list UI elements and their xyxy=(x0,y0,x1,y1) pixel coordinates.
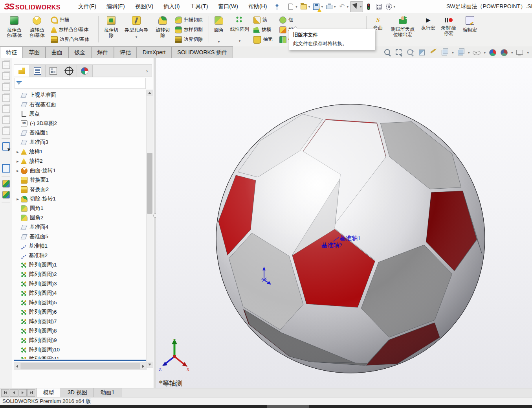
next-tab-button[interactable] xyxy=(18,389,27,397)
apply-scene-dropdown[interactable]: ▾ xyxy=(511,51,513,55)
feature-tree-item[interactable]: ▸ 原点 xyxy=(14,109,147,119)
bottom-tab[interactable]: 动画1 xyxy=(94,388,121,397)
feature-tree-item[interactable]: ▸ 阵列(圆周)5 xyxy=(14,298,147,307)
hide-show-dropdown[interactable]: ▾ xyxy=(484,51,486,55)
expand-arrow-icon[interactable]: ▸ xyxy=(15,159,21,164)
edit-appearance-icon[interactable] xyxy=(488,48,497,57)
previous-view-icon[interactable]: ↖ xyxy=(406,48,415,57)
extruded-cut-button[interactable]: 拉伸切除 xyxy=(101,15,121,45)
select-bodies-icon[interactable] xyxy=(2,180,10,187)
feature-tree-item[interactable]: ▸ 圆角1 xyxy=(14,204,147,213)
expand-arrow-icon[interactable]: ▸ xyxy=(15,149,21,154)
revolved-boss-button[interactable]: 旋转凸台/基体 xyxy=(26,15,48,45)
feature-tree-item[interactable]: ▸ 阵列(圆周)8 xyxy=(14,326,147,336)
tab-feature-tree[interactable] xyxy=(14,65,30,77)
feature-tree-item[interactable]: ▸ 阵列(圆周)3 xyxy=(14,279,147,289)
tree-horizontal-scrollbar[interactable] xyxy=(14,362,147,370)
feature-tree-item[interactable]: ▸ 阵列(圆周)7 xyxy=(14,317,147,326)
menu-item[interactable]: 文件(F) xyxy=(73,1,101,13)
feature-tree-item[interactable]: ▸ 阵列(圆周)4 xyxy=(14,289,147,298)
command-tab[interactable]: 曲面 xyxy=(46,46,68,58)
feature-tree-item[interactable]: ▸ 基准面1 xyxy=(14,128,147,138)
ghost-cube-icon[interactable] xyxy=(2,127,10,135)
feature-tree-item[interactable]: ▸ 放样1 xyxy=(14,147,147,156)
boundary-boss-button[interactable]: 边界凸台/基体 xyxy=(50,35,97,44)
prev-tab-button[interactable] xyxy=(10,389,18,397)
save-button[interactable]: ▾ xyxy=(312,2,324,12)
bottom-tab[interactable]: 3D 视图 xyxy=(61,388,94,397)
task-list-button[interactable] xyxy=(374,2,383,12)
feature-tree-item[interactable]: ▸ 切除-旋转1 xyxy=(14,194,147,204)
view-settings-icon[interactable] xyxy=(515,48,524,57)
menu-item[interactable]: 工具(T) xyxy=(185,1,213,13)
feature-tree-item[interactable]: ▸ 替换面2 xyxy=(14,185,147,194)
feature-tree-item[interactable]: ▸ 阵列(圆周)10 xyxy=(14,345,147,355)
lofted-boss-button[interactable]: 放样凸台/基体 xyxy=(50,25,97,35)
graphics-viewport[interactable]: Y X Z 基准轴1 基准轴2 *等轴测 xyxy=(156,58,532,388)
command-tab[interactable]: 钣金 xyxy=(68,46,91,58)
ghost-cube-icon[interactable] xyxy=(2,105,10,113)
new-document-button[interactable]: ▾ xyxy=(286,2,298,12)
expand-arrow-icon[interactable]: ▸ xyxy=(15,197,21,202)
command-tab[interactable]: 草图 xyxy=(23,46,46,58)
bottom-tab[interactable]: 模型 xyxy=(37,388,61,397)
linear-pattern-button[interactable]: 线性阵列 ▾ xyxy=(229,15,251,45)
last-tab-button[interactable] xyxy=(27,389,35,397)
feature-tree-item[interactable]: ▸ 放样2 xyxy=(14,156,147,166)
undo-button[interactable]: ▾ xyxy=(337,2,349,12)
select-bodies-alt-icon[interactable] xyxy=(2,191,10,198)
tab-property-manager[interactable] xyxy=(30,65,46,77)
first-tab-button[interactable] xyxy=(1,389,9,397)
open-document-button[interactable]: ▾ xyxy=(299,2,311,12)
expand-arrow-icon[interactable]: ▸ xyxy=(15,168,21,173)
record-macro-button[interactable]: 录制\暂停宏 xyxy=(439,15,458,45)
measure-wrench-icon[interactable] xyxy=(3,154,9,161)
menu-item[interactable]: 插入(I) xyxy=(158,1,185,13)
ghost-cube-icon[interactable] xyxy=(2,83,10,91)
ghost-cube-icon[interactable] xyxy=(2,72,10,80)
hide-show-items-icon[interactable] xyxy=(472,48,481,57)
swept-cut-button[interactable]: 扫描切除 xyxy=(174,15,208,25)
datum-axis-1-label[interactable]: 基准轴1 xyxy=(340,235,361,242)
feature-tree-item[interactable]: ▸ 基准轴1 xyxy=(14,241,147,251)
ghost-cube-icon[interactable] xyxy=(2,94,10,102)
command-tab[interactable]: 评估 xyxy=(114,46,137,58)
view-settings-dropdown[interactable]: ▾ xyxy=(527,51,529,55)
wrap-button[interactable]: 包 xyxy=(278,15,306,25)
menu-item[interactable]: 窗口(W) xyxy=(213,1,243,13)
extruded-boss-button[interactable]: 拉伸凸台/基体 xyxy=(3,15,25,45)
zoom-fit-icon[interactable] xyxy=(383,48,392,57)
feature-tree-item[interactable]: ▸ 基准面5 xyxy=(14,232,147,241)
feature-tree-item[interactable]: ▸ 阵列(圆周)6 xyxy=(14,307,147,317)
options-button[interactable]: ▾ xyxy=(384,2,396,12)
feature-tree-item[interactable]: ▸ 曲面-旋转1 xyxy=(14,166,147,175)
feature-tree-item[interactable]: ▸ 阵列(圆周)2 xyxy=(14,270,147,279)
ghost-cube-icon[interactable] xyxy=(2,61,10,69)
feature-tree-item[interactable]: ▸ 基准面3 xyxy=(14,138,147,147)
revolved-cut-button[interactable]: 旋转切除 xyxy=(152,15,173,45)
fillet-dropdown[interactable]: ▾ xyxy=(210,40,228,44)
scroll-right-button[interactable] xyxy=(140,363,146,370)
scroll-down-button[interactable] xyxy=(147,362,153,368)
sweep-button[interactable]: 扫描 xyxy=(50,15,97,25)
display-style-icon[interactable] xyxy=(457,48,465,57)
menu-item[interactable]: 编辑(E) xyxy=(101,1,130,13)
pin-menu-icon[interactable] xyxy=(273,3,281,10)
sketch-visibility-icon[interactable] xyxy=(429,48,438,57)
command-tab[interactable]: 焊件 xyxy=(91,46,114,58)
draft-button[interactable]: 拔模 xyxy=(252,25,277,35)
display-style-dropdown[interactable]: ▾ xyxy=(468,51,470,55)
panel-expand-button[interactable]: › xyxy=(142,65,152,77)
scroll-thumb[interactable] xyxy=(147,153,152,214)
view-orientation-dropdown[interactable]: ▾ xyxy=(452,51,454,55)
apply-scene-icon[interactable] xyxy=(500,48,508,57)
boundary-cut-button[interactable]: 边界切除 xyxy=(174,35,208,44)
zoom-area-icon[interactable] xyxy=(395,48,404,57)
feature-tree-item[interactable]: ▸ (-) 3D草图2 xyxy=(14,119,147,128)
ghost-cube-icon[interactable] xyxy=(2,116,10,124)
run-macro-button[interactable]: 执行宏 xyxy=(419,15,438,45)
edit-macro-button[interactable]: 编辑宏 xyxy=(460,15,480,45)
hscroll-thumb[interactable] xyxy=(20,363,140,369)
tab-configuration-manager[interactable] xyxy=(46,65,61,77)
new-sketch-icon[interactable] xyxy=(2,142,10,151)
